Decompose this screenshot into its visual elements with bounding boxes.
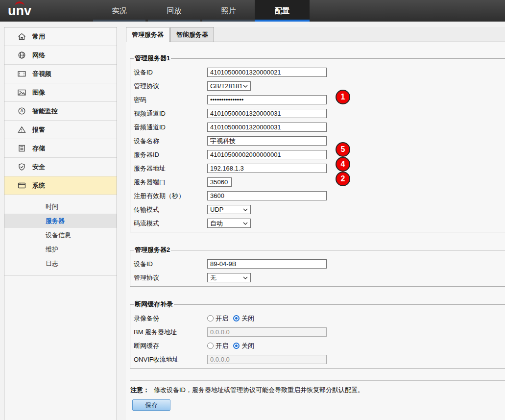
submenu-item-time[interactable]: 时间 [4,199,117,214]
audio-channel-id-label: 音频通道ID [134,123,207,132]
chevron-down-icon [243,276,248,279]
transport-mode-label: 传输模式 [134,205,207,214]
submenu-item-device-info[interactable]: 设备信息 [4,228,117,242]
sidebar-item-label: 音视频 [32,70,51,78]
content-tabstrip: 管理服务器 智能服务器 [126,27,505,42]
sidebar-item-system[interactable]: 系统 [4,176,117,195]
top-nav-bar: unv 实况 回放 照片 配置 [0,0,505,22]
shield-icon [17,163,26,171]
note-prefix: 注意： [130,386,149,394]
management-server-1-section: 管理服务器1 设备ID 管理协议 GB/T28181 密码 [130,54,505,232]
sidebar-item-alarm[interactable]: 报警 [4,121,117,139]
app-window: unv 实况 回放 照片 配置 常用 网络 音视频 [0,0,505,420]
offline-cache-off-label: 关闭 [241,342,254,350]
annotation-badge-2: 2 [336,172,350,186]
management-server-2-section: 管理服务器2 设备ID 管理协议 无 [130,246,505,287]
protocol-2-label: 管理协议 [134,273,207,282]
select-value: 自动 [210,219,223,228]
system-icon [17,181,26,190]
unv-logo: unv [8,4,37,19]
main-content: 管理服务器 智能服务器 管理服务器1 设备ID 管理协议 GB/T28181 [126,27,505,420]
submenu-item-server[interactable]: 服务器 [4,214,117,228]
settings-panel: 管理服务器1 设备ID 管理协议 GB/T28181 密码 [126,42,505,420]
save-button[interactable]: 保存 [132,399,170,411]
record-backup-off-radio[interactable] [233,315,240,321]
video-channel-id-label: 视频通道ID [134,109,207,118]
server-id-field[interactable] [207,150,327,159]
sidebar-item-security[interactable]: 安全 [4,158,117,176]
device-id-2-label: 设备ID [134,260,207,269]
register-validity-label: 注册有效期（秒） [134,192,207,200]
transport-mode-select[interactable]: UDP [207,205,251,214]
sidebar-item-storage[interactable]: 存储 [4,139,117,158]
nav-tab-setup[interactable]: 配置 [255,0,310,22]
sidebar-item-image[interactable]: 图像 [4,83,117,102]
offline-cache-section: 断网缓存补录 录像备份 开启 关闭 BM 服务器地址 断网缓存 开启 [130,300,505,369]
nav-tab-live[interactable]: 实况 [93,0,145,22]
device-id-2-field[interactable] [207,259,327,269]
sidebar-item-label: 网络 [32,51,45,60]
audio-channel-id-field[interactable] [207,123,327,132]
chevron-down-icon [243,85,248,88]
server-port-field[interactable] [207,177,232,187]
nav-tab-photo[interactable]: 照片 [202,0,255,22]
offline-cache-on-radio[interactable] [207,343,214,349]
password-label: 密码 [134,96,207,104]
stream-mode-select[interactable]: 自动 [207,219,251,228]
offline-cache-off-radio[interactable] [233,343,240,349]
server-address-field[interactable] [207,164,327,173]
submenu-item-maintenance[interactable]: 维护 [4,242,117,256]
sidebar-item-label: 报警 [32,125,45,134]
image-icon [17,88,26,97]
sidebar-item-network[interactable]: 网络 [4,46,117,65]
globe-icon [17,51,26,59]
annotation-badge-5: 5 [336,142,350,157]
device-id-label: 设备ID [134,68,207,77]
record-backup-label: 录像备份 [134,314,207,323]
protocol-label: 管理协议 [134,82,207,91]
divider [130,380,505,381]
stream-mode-label: 码流模式 [134,219,207,228]
server-port-label: 服务器端口 [134,178,207,187]
register-validity-field[interactable] [207,191,327,200]
sidebar-item-audio-video[interactable]: 音视频 [4,65,117,83]
tab-intelligent-server[interactable]: 智能服务器 [170,27,214,42]
svg-text:A: A [20,108,23,113]
sidebar-item-label: 安全 [32,163,45,172]
device-name-field[interactable] [207,136,327,146]
onvif-address-field [207,355,327,364]
server-address-label: 服务器地址 [134,164,207,173]
annotation-badge-4: 4 [336,157,350,172]
system-submenu: 时间 服务器 设备信息 维护 日志 [4,195,117,276]
tab-management-server[interactable]: 管理服务器 [126,27,169,42]
chevron-down-icon [243,222,248,225]
select-value: 无 [210,273,216,282]
record-backup-on-label: 开启 [216,314,228,323]
select-value: UDP [210,206,223,213]
protocol-select[interactable]: GB/T28181 [207,81,251,91]
offline-cache-on-label: 开启 [216,342,228,350]
home-icon [17,32,26,41]
chevron-down-icon [243,208,248,211]
device-id-field[interactable] [207,68,327,77]
alarm-icon [17,125,26,134]
sidebar-item-label: 智能监控 [32,107,58,116]
record-backup-on-radio[interactable] [207,315,214,321]
sidebar-item-label: 系统 [32,181,45,190]
film-icon [17,70,26,78]
section-legend: 管理服务器1 [134,54,171,63]
sidebar-item-label: 常用 [32,32,45,41]
nav-tab-playback[interactable]: 回放 [148,0,200,22]
protocol-2-select[interactable]: 无 [207,273,251,282]
sidebar-item-label: 存储 [32,144,45,153]
storage-icon [17,144,26,152]
bm-server-address-field [207,327,327,337]
sidebar-item-common[interactable]: 常用 [4,27,117,46]
submenu-item-log[interactable]: 日志 [4,256,117,271]
video-channel-id-field[interactable] [207,109,327,118]
device-name-label: 设备名称 [134,137,207,146]
password-field[interactable] [207,95,327,104]
sidebar-item-smart-monitoring[interactable]: A 智能监控 [4,102,117,121]
server-id-label: 服务器ID [134,150,207,159]
sidebar: 常用 网络 音视频 图像 A 智能监控 [4,27,117,420]
